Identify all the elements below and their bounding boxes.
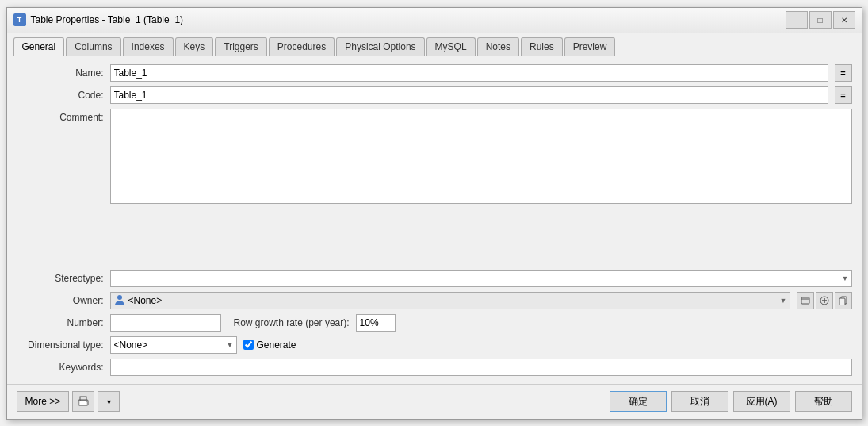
dimensional-type-row: Dimensional type: <None> ▼ Generate [17,336,852,354]
owner-row: Owner: ▼ [17,292,852,309]
owner-new-button[interactable] [816,292,833,309]
growth-input[interactable] [356,314,396,332]
tab-preview[interactable]: Preview [564,37,616,56]
copy-icon [839,296,848,305]
browse-icon [801,296,810,305]
content-area: Name: = Code: = Comment: Stereotype: ▼ [7,56,862,384]
dim-label: Dimensional type: [17,340,104,351]
ok-button[interactable]: 确定 [610,391,667,412]
footer-left: More >> ▾ [17,391,120,412]
apply-button[interactable]: 应用(A) [733,391,790,412]
more-button[interactable]: More >> [17,391,70,412]
close-button[interactable]: ✕ [833,11,855,29]
name-row: Name: = [17,64,852,82]
generate-checkbox[interactable] [243,340,254,350]
tab-indexes[interactable]: Indexes [123,37,174,56]
stereotype-select[interactable] [110,270,852,287]
tab-triggers[interactable]: Triggers [215,37,267,56]
keywords-row: Keywords: [17,359,852,376]
generate-checkbox-label[interactable]: Generate [243,340,296,351]
tab-rules[interactable]: Rules [521,37,563,56]
svg-rect-8 [80,401,86,405]
tab-keys[interactable]: Keys [175,37,214,56]
comment-label: Comment: [17,109,104,123]
name-input[interactable] [110,64,828,82]
help-button[interactable]: 帮助 [795,391,852,412]
footer-right: 确定 取消 应用(A) 帮助 [610,391,852,412]
tab-procedures[interactable]: Procedures [269,37,335,56]
number-input[interactable] [110,314,221,332]
cancel-button[interactable]: 取消 [671,391,728,412]
generate-label: Generate [257,340,296,351]
stereotype-select-wrapper: ▼ [110,270,852,287]
dropdown-button[interactable]: ▾ [98,391,120,412]
window-controls: — □ ✕ [786,11,855,29]
tab-mysql[interactable]: MySQL [426,37,476,56]
name-label: Name: [17,67,104,79]
comment-row: Comment: [17,109,852,265]
main-window: T Table Properties - Table_1 (Table_1) —… [6,7,862,420]
footer: More >> ▾ 确定 取消 应用(A) 帮助 [7,384,862,419]
growth-label: Row growth rate (per year): [234,317,350,328]
tab-notes[interactable]: Notes [477,37,519,56]
stereotype-row: Stereotype: ▼ [17,270,852,287]
svg-rect-1 [801,297,809,304]
dim-select-wrapper: <None> ▼ [110,336,237,354]
owner-input[interactable] [110,292,790,309]
code-row: Code: = [17,86,852,104]
tab-bar: General Columns Indexes Keys Triggers Pr… [7,33,862,56]
name-eq-button[interactable]: = [835,64,852,82]
code-label: Code: [17,90,104,101]
comment-textarea[interactable] [110,109,852,204]
tab-general[interactable]: General [13,37,65,56]
svg-rect-6 [839,298,845,305]
window-title: Table Properties - Table_1 (Table_1) [31,14,786,25]
number-label: Number: [17,317,104,328]
owner-browse-button[interactable] [797,292,814,309]
svg-point-10 [86,401,87,402]
new-icon [820,296,829,305]
print-icon [78,396,89,407]
owner-buttons [797,292,852,309]
tab-physical-options[interactable]: Physical Options [336,37,424,56]
minimize-button[interactable]: — [786,11,808,29]
print-button[interactable] [72,391,94,412]
dim-select[interactable]: <None> [110,336,237,354]
owner-copy-button[interactable] [835,292,852,309]
keywords-input[interactable] [110,359,852,376]
number-row: Number: Row growth rate (per year): [17,314,852,332]
tab-columns[interactable]: Columns [66,37,120,56]
app-icon: T [13,13,26,26]
keywords-label: Keywords: [17,362,104,373]
code-eq-button[interactable]: = [835,86,852,104]
maximize-button[interactable]: □ [809,11,832,29]
owner-input-wrapper: ▼ [110,292,790,309]
owner-label: Owner: [17,295,104,306]
code-input[interactable] [110,86,828,104]
stereotype-label: Stereotype: [17,273,104,284]
title-bar: T Table Properties - Table_1 (Table_1) —… [7,8,862,33]
